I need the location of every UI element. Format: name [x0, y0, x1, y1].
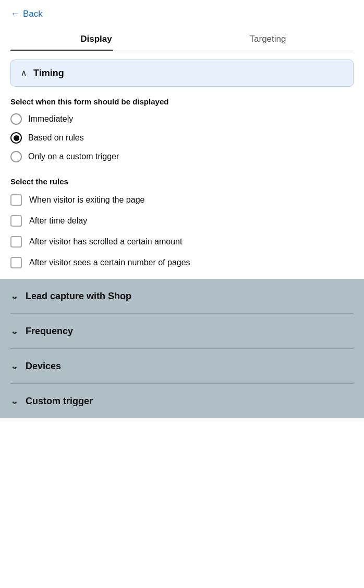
- checkbox-exit-page-label: When visitor is exiting the page: [29, 195, 144, 205]
- radio-based-on-rules[interactable]: [10, 132, 22, 144]
- checkbox-time-delay[interactable]: [10, 215, 22, 227]
- display-timing-radio-group: Immediately Based on rules Only on a cus…: [10, 113, 354, 162]
- radio-item-based-on-rules[interactable]: Based on rules: [10, 132, 354, 144]
- select-when-label: Select when this form should be displaye…: [10, 97, 354, 106]
- checkbox-scrolled[interactable]: [10, 236, 22, 248]
- back-button[interactable]: ← Back: [10, 8, 43, 19]
- timing-section: ∧ Timing Select when this form should be…: [0, 51, 364, 279]
- chevron-down-icon: ⌄: [10, 395, 18, 407]
- custom-trigger-title: Custom trigger: [26, 396, 93, 407]
- timing-section-header[interactable]: ∧ Timing: [10, 60, 354, 87]
- radio-based-on-rules-label: Based on rules: [28, 133, 84, 143]
- tab-display[interactable]: Display: [10, 27, 182, 51]
- checkbox-item-time-delay[interactable]: After time delay: [10, 215, 354, 227]
- back-arrow-icon: ←: [10, 8, 20, 19]
- lead-capture-title: Lead capture with Shop: [26, 291, 131, 302]
- collapsed-section-custom-trigger[interactable]: ⌄ Custom trigger: [10, 384, 354, 418]
- select-rules-label: Select the rules: [10, 177, 354, 186]
- header: ← Back Display Targeting: [0, 0, 364, 51]
- rules-checkbox-group: When visitor is exiting the page After t…: [10, 194, 354, 268]
- collapsed-sections-container: ⌄ Lead capture with Shop ⌄ Frequency ⌄ D…: [0, 279, 364, 418]
- checkbox-item-scrolled[interactable]: After visitor has scrolled a certain amo…: [10, 236, 354, 248]
- chevron-up-icon: ∧: [20, 67, 27, 79]
- radio-immediately[interactable]: [10, 113, 22, 125]
- checkbox-item-pages[interactable]: After visitor sees a certain number of p…: [10, 257, 354, 268]
- tab-targeting[interactable]: Targeting: [182, 27, 354, 51]
- radio-custom-trigger-label: Only on a custom trigger: [28, 152, 119, 161]
- collapsed-section-lead-capture[interactable]: ⌄ Lead capture with Shop: [10, 279, 354, 314]
- chevron-down-icon: ⌄: [10, 325, 18, 337]
- radio-item-custom-trigger[interactable]: Only on a custom trigger: [10, 151, 354, 162]
- radio-immediately-label: Immediately: [28, 114, 73, 124]
- frequency-title: Frequency: [26, 326, 73, 337]
- chevron-down-icon: ⌄: [10, 360, 18, 372]
- tabs-bar: Display Targeting: [10, 27, 354, 51]
- radio-item-immediately[interactable]: Immediately: [10, 113, 354, 125]
- checkbox-scrolled-label: After visitor has scrolled a certain amo…: [29, 237, 182, 246]
- checkbox-item-exit-page[interactable]: When visitor is exiting the page: [10, 194, 354, 206]
- checkbox-time-delay-label: After time delay: [29, 216, 87, 226]
- back-label: Back: [23, 9, 43, 19]
- collapsed-section-devices[interactable]: ⌄ Devices: [10, 349, 354, 384]
- chevron-down-icon: ⌄: [10, 290, 18, 302]
- radio-custom-trigger[interactable]: [10, 151, 22, 162]
- collapsed-section-frequency[interactable]: ⌄ Frequency: [10, 314, 354, 349]
- devices-title: Devices: [26, 361, 61, 372]
- checkbox-pages[interactable]: [10, 257, 22, 268]
- timing-title: Timing: [33, 68, 64, 79]
- checkbox-exit-page[interactable]: [10, 194, 22, 206]
- content-area: ∧ Timing Select when this form should be…: [0, 51, 364, 418]
- checkbox-pages-label: After visitor sees a certain number of p…: [29, 258, 190, 267]
